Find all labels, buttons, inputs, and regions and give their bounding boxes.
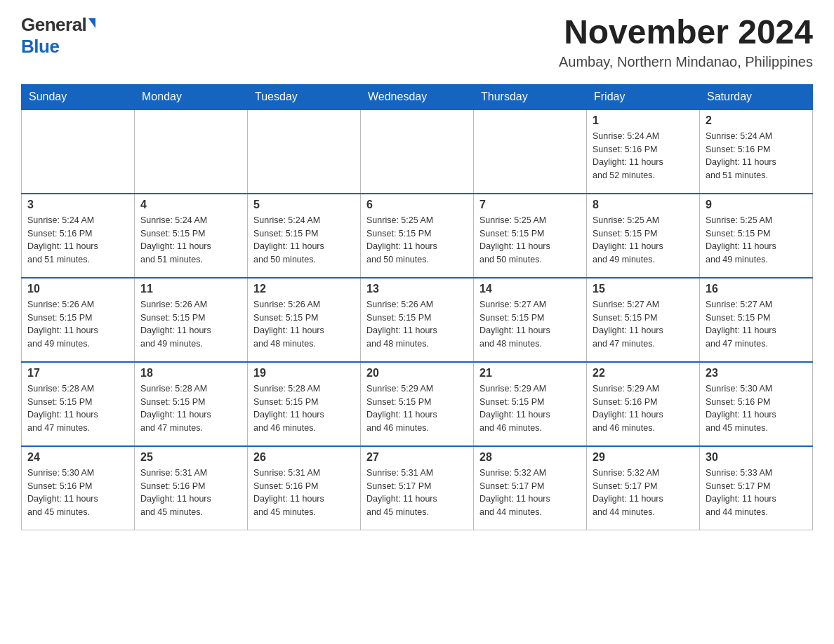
day-number: 12 — [253, 283, 355, 295]
calendar-cell: 25Sunrise: 5:31 AM Sunset: 5:16 PM Dayli… — [135, 446, 248, 530]
calendar-cell: 20Sunrise: 5:29 AM Sunset: 5:15 PM Dayli… — [361, 362, 474, 446]
day-number: 27 — [366, 451, 468, 464]
day-info: Sunrise: 5:24 AM Sunset: 5:16 PM Dayligh… — [27, 214, 128, 267]
calendar-table: SundayMondayTuesdayWednesdayThursdayFrid… — [21, 84, 813, 531]
day-info: Sunrise: 5:25 AM Sunset: 5:15 PM Dayligh… — [593, 214, 694, 267]
logo-general-text: General — [21, 14, 86, 36]
calendar-header-tuesday: Tuesday — [248, 84, 361, 109]
calendar-cell: 7Sunrise: 5:25 AM Sunset: 5:15 PM Daylig… — [474, 194, 587, 278]
day-number: 20 — [366, 367, 468, 380]
week-row-5: 24Sunrise: 5:30 AM Sunset: 5:16 PM Dayli… — [22, 446, 813, 530]
calendar-cell: 21Sunrise: 5:29 AM Sunset: 5:15 PM Dayli… — [474, 362, 587, 446]
day-number: 9 — [706, 199, 807, 211]
day-number: 13 — [366, 283, 468, 295]
day-info: Sunrise: 5:28 AM Sunset: 5:15 PM Dayligh… — [27, 382, 128, 435]
day-info: Sunrise: 5:31 AM Sunset: 5:16 PM Dayligh… — [253, 467, 355, 519]
calendar-header-row: SundayMondayTuesdayWednesdayThursdayFrid… — [22, 84, 813, 109]
calendar-cell: 27Sunrise: 5:31 AM Sunset: 5:17 PM Dayli… — [361, 446, 474, 530]
calendar-cell: 19Sunrise: 5:28 AM Sunset: 5:15 PM Dayli… — [248, 362, 361, 446]
calendar-header-wednesday: Wednesday — [361, 84, 474, 109]
day-info: Sunrise: 5:24 AM Sunset: 5:16 PM Dayligh… — [593, 130, 694, 182]
day-info: Sunrise: 5:29 AM Sunset: 5:16 PM Dayligh… — [593, 382, 694, 435]
day-number: 1 — [593, 114, 694, 127]
day-number: 28 — [479, 451, 581, 464]
calendar-cell: 29Sunrise: 5:32 AM Sunset: 5:17 PM Dayli… — [587, 446, 700, 530]
day-info: Sunrise: 5:30 AM Sunset: 5:16 PM Dayligh… — [706, 382, 807, 435]
day-number: 19 — [253, 367, 355, 380]
day-info: Sunrise: 5:26 AM Sunset: 5:15 PM Dayligh… — [27, 298, 128, 351]
day-number: 11 — [140, 283, 241, 295]
day-info: Sunrise: 5:25 AM Sunset: 5:15 PM Dayligh… — [706, 214, 807, 267]
calendar-cell: 6Sunrise: 5:25 AM Sunset: 5:15 PM Daylig… — [361, 194, 474, 278]
calendar-cell: 9Sunrise: 5:25 AM Sunset: 5:15 PM Daylig… — [700, 194, 813, 278]
day-info: Sunrise: 5:28 AM Sunset: 5:15 PM Dayligh… — [140, 382, 241, 435]
day-number: 24 — [27, 451, 128, 464]
day-number: 4 — [140, 199, 241, 211]
week-row-2: 3Sunrise: 5:24 AM Sunset: 5:16 PM Daylig… — [22, 194, 813, 278]
logo: General Blue — [21, 14, 95, 58]
logo-triangle-icon — [88, 18, 95, 28]
calendar-header-thursday: Thursday — [474, 84, 587, 109]
day-number: 7 — [479, 199, 581, 211]
calendar-header-monday: Monday — [135, 84, 248, 109]
day-info: Sunrise: 5:25 AM Sunset: 5:15 PM Dayligh… — [479, 214, 581, 267]
day-number: 8 — [593, 199, 694, 211]
day-number: 15 — [593, 283, 694, 295]
day-info: Sunrise: 5:28 AM Sunset: 5:15 PM Dayligh… — [253, 382, 355, 435]
day-number: 26 — [253, 451, 355, 464]
day-info: Sunrise: 5:24 AM Sunset: 5:15 PM Dayligh… — [253, 214, 355, 267]
day-number: 25 — [140, 451, 241, 464]
calendar-cell: 2Sunrise: 5:24 AM Sunset: 5:16 PM Daylig… — [700, 109, 813, 194]
day-number: 18 — [140, 367, 241, 380]
day-info: Sunrise: 5:27 AM Sunset: 5:15 PM Dayligh… — [479, 298, 581, 351]
calendar-cell: 15Sunrise: 5:27 AM Sunset: 5:15 PM Dayli… — [587, 278, 700, 362]
day-info: Sunrise: 5:24 AM Sunset: 5:15 PM Dayligh… — [140, 214, 241, 267]
calendar-cell: 22Sunrise: 5:29 AM Sunset: 5:16 PM Dayli… — [587, 362, 700, 446]
day-info: Sunrise: 5:31 AM Sunset: 5:17 PM Dayligh… — [366, 467, 468, 519]
calendar-cell: 1Sunrise: 5:24 AM Sunset: 5:16 PM Daylig… — [587, 109, 700, 194]
location-title: Aumbay, Northern Mindanao, Philippines — [559, 54, 813, 70]
day-info: Sunrise: 5:32 AM Sunset: 5:17 PM Dayligh… — [479, 467, 581, 519]
day-number: 2 — [706, 114, 807, 127]
calendar-cell: 11Sunrise: 5:26 AM Sunset: 5:15 PM Dayli… — [135, 278, 248, 362]
day-number: 30 — [706, 451, 807, 464]
calendar-cell: 17Sunrise: 5:28 AM Sunset: 5:15 PM Dayli… — [22, 362, 135, 446]
day-number: 14 — [479, 283, 581, 295]
day-number: 10 — [27, 283, 128, 295]
calendar-cell — [474, 109, 587, 194]
calendar-cell: 5Sunrise: 5:24 AM Sunset: 5:15 PM Daylig… — [248, 194, 361, 278]
calendar-cell: 23Sunrise: 5:30 AM Sunset: 5:16 PM Dayli… — [700, 362, 813, 446]
day-info: Sunrise: 5:24 AM Sunset: 5:16 PM Dayligh… — [706, 130, 807, 182]
day-info: Sunrise: 5:31 AM Sunset: 5:16 PM Dayligh… — [140, 467, 241, 519]
day-number: 22 — [593, 367, 694, 380]
calendar-header-saturday: Saturday — [700, 84, 813, 109]
calendar-cell: 14Sunrise: 5:27 AM Sunset: 5:15 PM Dayli… — [474, 278, 587, 362]
calendar-cell: 18Sunrise: 5:28 AM Sunset: 5:15 PM Dayli… — [135, 362, 248, 446]
calendar-cell — [22, 109, 135, 194]
title-section: November 2024 Aumbay, Northern Mindanao,… — [559, 14, 813, 70]
calendar-cell: 4Sunrise: 5:24 AM Sunset: 5:15 PM Daylig… — [135, 194, 248, 278]
day-info: Sunrise: 5:27 AM Sunset: 5:15 PM Dayligh… — [706, 298, 807, 351]
calendar-cell — [248, 109, 361, 194]
day-info: Sunrise: 5:26 AM Sunset: 5:15 PM Dayligh… — [366, 298, 468, 351]
calendar-cell: 24Sunrise: 5:30 AM Sunset: 5:16 PM Dayli… — [22, 446, 135, 530]
calendar-cell: 16Sunrise: 5:27 AM Sunset: 5:15 PM Dayli… — [700, 278, 813, 362]
calendar-cell: 13Sunrise: 5:26 AM Sunset: 5:15 PM Dayli… — [361, 278, 474, 362]
calendar-cell — [361, 109, 474, 194]
calendar-cell: 30Sunrise: 5:33 AM Sunset: 5:17 PM Dayli… — [700, 446, 813, 530]
calendar-cell: 10Sunrise: 5:26 AM Sunset: 5:15 PM Dayli… — [22, 278, 135, 362]
calendar-header-friday: Friday — [587, 84, 700, 109]
week-row-4: 17Sunrise: 5:28 AM Sunset: 5:15 PM Dayli… — [22, 362, 813, 446]
week-row-3: 10Sunrise: 5:26 AM Sunset: 5:15 PM Dayli… — [22, 278, 813, 362]
day-number: 23 — [706, 367, 807, 380]
calendar-cell: 3Sunrise: 5:24 AM Sunset: 5:16 PM Daylig… — [22, 194, 135, 278]
day-info: Sunrise: 5:29 AM Sunset: 5:15 PM Dayligh… — [366, 382, 468, 435]
day-number: 3 — [27, 199, 128, 211]
day-info: Sunrise: 5:25 AM Sunset: 5:15 PM Dayligh… — [366, 214, 468, 267]
day-info: Sunrise: 5:27 AM Sunset: 5:15 PM Dayligh… — [593, 298, 694, 351]
week-row-1: 1Sunrise: 5:24 AM Sunset: 5:16 PM Daylig… — [22, 109, 813, 194]
day-info: Sunrise: 5:30 AM Sunset: 5:16 PM Dayligh… — [27, 467, 128, 519]
logo-blue-text: Blue — [21, 36, 59, 58]
calendar-header-sunday: Sunday — [22, 84, 135, 109]
calendar-cell: 28Sunrise: 5:32 AM Sunset: 5:17 PM Dayli… — [474, 446, 587, 530]
